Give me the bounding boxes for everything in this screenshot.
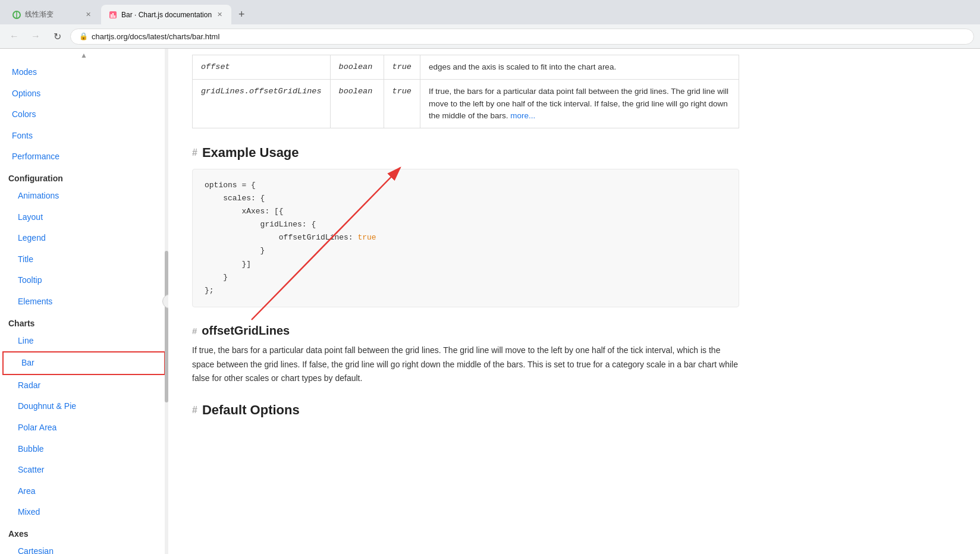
scroll-up-indicator: ▲ bbox=[0, 49, 168, 62]
sidebar-item-fonts[interactable]: Fonts bbox=[0, 125, 168, 147]
table-cell-desc-gridlines: If true, the bars for a particular data … bbox=[420, 80, 739, 128]
sidebar-item-area[interactable]: Area bbox=[0, 481, 168, 502]
lock-icon: 🔒 bbox=[79, 32, 88, 40]
tab-1-icon bbox=[12, 10, 21, 20]
more-link[interactable]: more... bbox=[510, 111, 535, 120]
sidebar-item-doughnut-pie[interactable]: Doughnut & Pie bbox=[0, 396, 168, 417]
code-line-3: xAxes: [{ bbox=[205, 205, 727, 218]
code-line-6: } bbox=[205, 244, 727, 257]
back-button[interactable]: ← bbox=[6, 28, 23, 45]
body-text-offsetgridlines: If true, the bars for a particular data … bbox=[192, 344, 739, 386]
anchor-default-options: # bbox=[192, 405, 197, 416]
code-line-8: } bbox=[205, 271, 727, 284]
sidebar-item-bubble[interactable]: Bubble bbox=[0, 439, 168, 460]
table-cell-name-offset: offset bbox=[193, 55, 331, 80]
sidebar-item-cartesian[interactable]: Cartesian bbox=[0, 541, 168, 554]
sidebar-item-layout[interactable]: Layout bbox=[0, 207, 168, 228]
heading-offsetgridlines-text: offsetGridLines bbox=[202, 324, 290, 338]
table-cell-name-gridlines: gridLines.offsetGridLines bbox=[193, 80, 331, 128]
content-inner: offset boolean true edges and the axis i… bbox=[168, 49, 763, 450]
tab-2-title: Bar · Chart.js documentation bbox=[121, 11, 212, 19]
browser-chrome: 线性渐变 ✕ Bar · Chart.js documentation ✕ + … bbox=[0, 0, 980, 49]
table-cell-desc-offset: edges and the axis is scaled to fit into… bbox=[420, 55, 739, 80]
sidebar: ▲ Modes Options Colors Fonts Performance… bbox=[0, 49, 168, 554]
sidebar-item-options[interactable]: Options bbox=[0, 83, 168, 105]
code-line-9: }; bbox=[205, 284, 727, 297]
new-tab-button[interactable]: + bbox=[233, 5, 251, 24]
main-content: offset boolean true edges and the axis i… bbox=[168, 49, 980, 554]
sidebar-item-polar-area[interactable]: Polar Area bbox=[0, 417, 168, 439]
sidebar-wrapper: ▲ Modes Options Colors Fonts Performance… bbox=[0, 49, 168, 554]
properties-table: offset boolean true edges and the axis i… bbox=[192, 55, 739, 128]
sidebar-item-legend[interactable]: Legend bbox=[0, 228, 168, 249]
anchor-example-usage: # bbox=[192, 147, 197, 158]
address-text: chartjs.org/docs/latest/charts/bar.html bbox=[92, 32, 219, 41]
tab-1[interactable]: 线性渐变 ✕ bbox=[5, 5, 100, 24]
table-cell-type-offset: boolean bbox=[330, 55, 384, 80]
address-bar[interactable]: 🔒 chartjs.org/docs/latest/charts/bar.htm… bbox=[70, 29, 974, 45]
sidebar-item-animations[interactable]: Animations bbox=[0, 185, 168, 207]
tab-2-icon bbox=[108, 10, 118, 20]
tab-1-close[interactable]: ✕ bbox=[84, 10, 93, 20]
sidebar-item-tooltip[interactable]: Tooltip bbox=[0, 270, 168, 291]
table-row-gridlines: gridLines.offsetGridLines boolean true I… bbox=[193, 80, 739, 128]
sidebar-item-modes[interactable]: Modes bbox=[0, 62, 168, 83]
code-line-7: }] bbox=[205, 258, 727, 271]
section-heading-example-usage: # Example Usage bbox=[192, 145, 739, 160]
svg-rect-4 bbox=[112, 13, 114, 18]
address-bar-row: ← → ↻ 🔒 chartjs.org/docs/latest/charts/b… bbox=[0, 24, 980, 48]
sidebar-group-axes[interactable]: Axes bbox=[0, 523, 168, 541]
table-row-offset: offset boolean true edges and the axis i… bbox=[193, 55, 739, 80]
sidebar-item-line[interactable]: Line bbox=[0, 330, 168, 352]
tab-2-close[interactable]: ✕ bbox=[215, 10, 224, 20]
code-block-example: options = { scales: { xAxes: [{ gridLine… bbox=[192, 169, 739, 307]
code-line-1: options = { bbox=[205, 179, 727, 192]
tab-bar: 线性渐变 ✕ Bar · Chart.js documentation ✕ + bbox=[0, 0, 980, 24]
sidebar-item-title[interactable]: Title bbox=[0, 249, 168, 270]
reload-button[interactable]: ↻ bbox=[49, 28, 65, 45]
sidebar-item-bar[interactable]: Bar bbox=[2, 351, 165, 375]
sidebar-item-mixed[interactable]: Mixed bbox=[0, 502, 168, 523]
sidebar-item-scatter[interactable]: Scatter bbox=[0, 459, 168, 481]
table-cell-default-gridlines: true bbox=[384, 80, 420, 128]
tab-1-title: 线性渐变 bbox=[25, 10, 80, 20]
anchor-offsetgridlines: # bbox=[192, 326, 197, 336]
heading-example-usage-text: Example Usage bbox=[202, 145, 299, 160]
heading-default-options-text: Default Options bbox=[202, 402, 300, 418]
sidebar-group-configuration[interactable]: Configuration bbox=[0, 168, 168, 185]
sidebar-item-radar[interactable]: Radar bbox=[0, 375, 168, 396]
forward-button[interactable]: → bbox=[27, 28, 44, 45]
section-heading-default-options: # Default Options bbox=[192, 402, 739, 418]
svg-rect-5 bbox=[114, 15, 115, 18]
sidebar-item-colors[interactable]: Colors bbox=[0, 104, 168, 125]
page-container: ▲ Modes Options Colors Fonts Performance… bbox=[0, 49, 980, 554]
table-cell-default-offset: true bbox=[384, 55, 420, 80]
table-cell-type-gridlines: boolean bbox=[330, 80, 384, 128]
tab-2[interactable]: Bar · Chart.js documentation ✕ bbox=[101, 5, 231, 24]
sidebar-item-performance[interactable]: Performance bbox=[0, 146, 168, 168]
code-keyword-true: true bbox=[357, 233, 376, 242]
sidebar-group-charts[interactable]: Charts bbox=[0, 313, 168, 330]
code-line-2: scales: { bbox=[205, 192, 727, 205]
section-heading-offsetgridlines: # offsetGridLines bbox=[192, 324, 739, 338]
svg-rect-3 bbox=[111, 14, 112, 18]
code-line-5: offsetGridLines: true bbox=[205, 231, 727, 244]
sidebar-item-elements[interactable]: Elements bbox=[0, 291, 168, 313]
code-line-4: gridLines: { bbox=[205, 218, 727, 231]
